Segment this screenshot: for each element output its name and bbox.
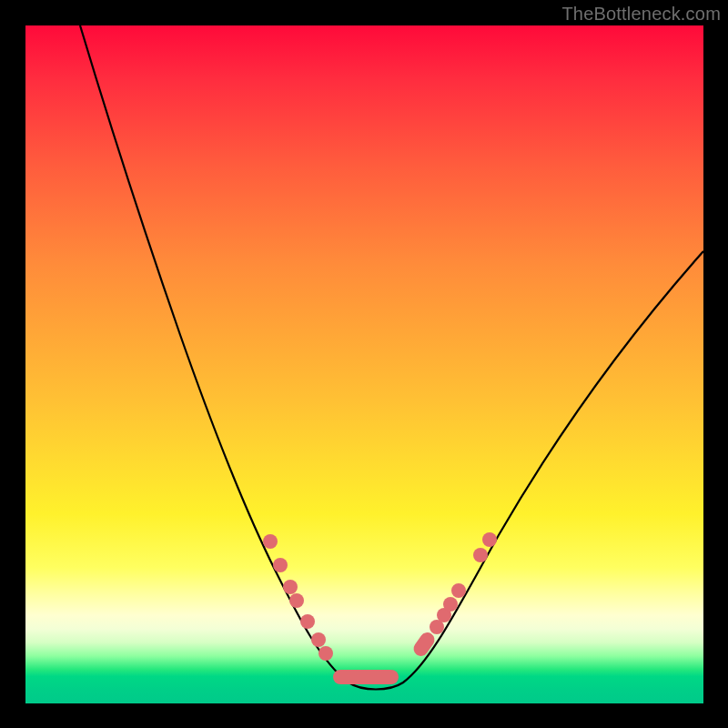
plot-area [25,25,703,703]
chart-svg [25,25,703,703]
marker-dot [482,532,497,547]
marker-dot [263,534,278,549]
marker-pill [333,670,399,684]
svg-rect-0 [410,630,437,659]
marker-dot [283,580,298,594]
marker-dot [311,632,326,647]
marker-dot [289,593,304,608]
marker-dot [443,597,458,612]
marker-dot [473,548,488,562]
marker-dot [300,614,315,629]
watermark-text: TheBottleneck.com [561,4,721,25]
marker-pill [410,630,437,659]
marker-dot [318,646,333,661]
marker-dot [273,558,288,572]
marker-dot [451,583,466,598]
bottleneck-curve [80,25,703,690]
